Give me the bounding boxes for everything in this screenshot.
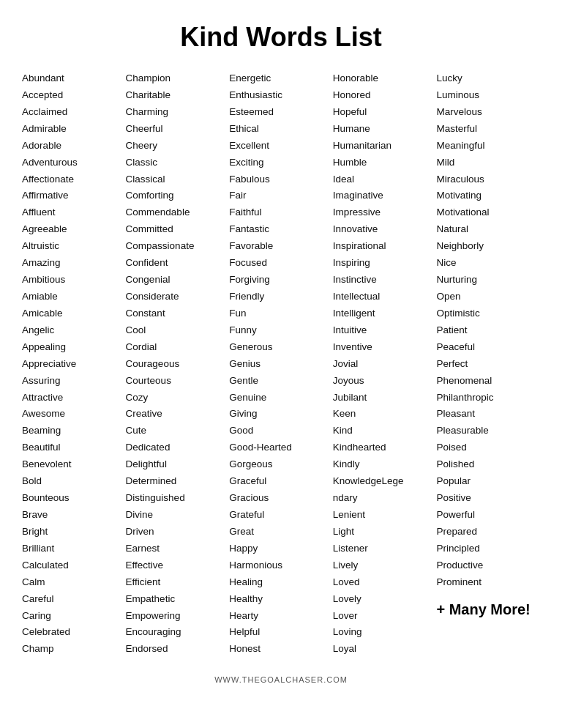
word-item: Jubilant	[333, 390, 437, 406]
word-item: Distinguished	[126, 490, 230, 507]
word-item: Hearty	[229, 608, 333, 625]
word-item: Courteous	[126, 373, 230, 390]
word-item: Classic	[126, 155, 230, 171]
word-item: Divine	[126, 507, 230, 524]
word-item: Gorgeous	[229, 456, 333, 473]
word-item: Genuine	[229, 390, 333, 406]
word-item: Charming	[126, 104, 230, 121]
word-item: Lively	[333, 557, 437, 574]
word-item: Harmonious	[229, 557, 333, 574]
word-item: Bright	[22, 524, 126, 541]
word-item: Beautiful	[22, 439, 126, 456]
footer: WWW.THEGOALCHASER.COM	[22, 675, 540, 684]
word-item: Natural	[436, 221, 540, 238]
word-item: Miraculous	[436, 171, 540, 188]
word-item: Motivational	[436, 204, 540, 221]
word-item: Inspiring	[333, 255, 437, 272]
word-item: Pleasurable	[436, 423, 540, 439]
word-item: Comforting	[126, 187, 230, 204]
word-item: Affluent	[22, 204, 126, 221]
word-item: Marvelous	[436, 104, 540, 121]
word-item: KnowledgeLege	[333, 473, 437, 490]
word-item: Loyal	[333, 641, 437, 658]
word-item: Delightful	[126, 456, 230, 473]
word-item: Calm	[22, 574, 126, 591]
word-item: Excellent	[229, 138, 333, 155]
word-item: Encouraging	[126, 624, 230, 641]
word-item: Good-Hearted	[229, 439, 333, 456]
word-item: Cozy	[126, 390, 230, 406]
word-item: Admirable	[22, 121, 126, 138]
word-item: Intellectual	[333, 289, 437, 305]
word-item: Honest	[229, 641, 333, 658]
word-item: Friendly	[229, 289, 333, 305]
word-item: Amicable	[22, 305, 126, 322]
word-item: Luminous	[436, 87, 540, 104]
word-item: Jovial	[333, 356, 437, 373]
word-item: Healing	[229, 574, 333, 591]
word-item: Kindhearted	[333, 439, 437, 456]
page-title: Kind Words List	[22, 22, 540, 53]
word-item: Listener	[333, 541, 437, 557]
word-item: Funny	[229, 322, 333, 339]
word-item: Positive	[436, 490, 540, 507]
word-item: Inspirational	[333, 238, 437, 255]
word-item: Polished	[436, 456, 540, 473]
word-item: Commendable	[126, 204, 230, 221]
word-item: Generous	[229, 339, 333, 356]
word-item: Light	[333, 524, 437, 541]
word-item: Meaningful	[436, 138, 540, 155]
word-item: Confident	[126, 255, 230, 272]
word-item: Appealing	[22, 339, 126, 356]
word-item: Loved	[333, 574, 437, 591]
word-item: Forgiving	[229, 272, 333, 289]
word-item: Efficient	[126, 574, 230, 591]
word-item: Humane	[333, 121, 437, 138]
column-3: EnergeticEnthusiasticEsteemedEthicalExce…	[229, 70, 333, 658]
word-item: Popular	[436, 473, 540, 490]
word-item: Peaceful	[436, 339, 540, 356]
word-item: Innovative	[333, 221, 437, 238]
word-item: Joyous	[333, 373, 437, 390]
word-item: Helpful	[229, 624, 333, 641]
word-item: Ideal	[333, 171, 437, 188]
word-item: Focused	[229, 255, 333, 272]
word-item: Instinctive	[333, 272, 437, 289]
word-item: Compassionate	[126, 238, 230, 255]
word-item: Open	[436, 289, 540, 305]
word-item: Grateful	[229, 507, 333, 524]
word-item: Nice	[436, 255, 540, 272]
word-item: Favorable	[229, 238, 333, 255]
word-item: Benevolent	[22, 456, 126, 473]
word-item: Humanitarian	[333, 138, 437, 155]
word-item: Earnest	[126, 541, 230, 557]
column-4: HonorableHonoredHopefulHumaneHumanitaria…	[333, 70, 437, 658]
word-item: Impressive	[333, 204, 437, 221]
word-item: Cute	[126, 423, 230, 439]
word-item: Gentle	[229, 373, 333, 390]
word-item: Creative	[126, 406, 230, 423]
word-item: Genius	[229, 356, 333, 373]
word-item: Patient	[436, 322, 540, 339]
word-item: Giving	[229, 406, 333, 423]
word-item: Determined	[126, 473, 230, 490]
word-item: Affirmative	[22, 187, 126, 204]
word-item: Lover	[333, 608, 437, 625]
word-item: Amiable	[22, 289, 126, 305]
word-item: Dedicated	[126, 439, 230, 456]
word-item: Intelligent	[333, 305, 437, 322]
word-item: Bold	[22, 473, 126, 490]
word-item: Cool	[126, 322, 230, 339]
word-item: Adventurous	[22, 155, 126, 171]
word-item: Endorsed	[126, 641, 230, 658]
word-item: Healthy	[229, 591, 333, 608]
word-item: Considerate	[126, 289, 230, 305]
column-1: AbundantAcceptedAcclaimedAdmirableAdorab…	[22, 70, 126, 658]
word-item: Celebrated	[22, 624, 126, 641]
word-item: Cordial	[126, 339, 230, 356]
word-item: Gracious	[229, 490, 333, 507]
word-item: Ambitious	[22, 272, 126, 289]
word-item: Careful	[22, 591, 126, 608]
word-item: Bounteous	[22, 490, 126, 507]
word-item: Assuring	[22, 373, 126, 390]
